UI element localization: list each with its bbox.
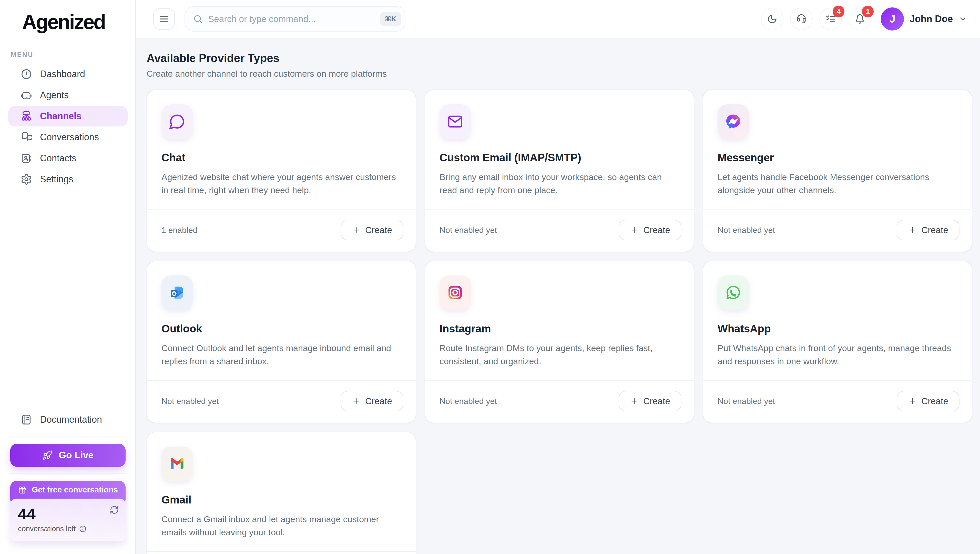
sidebar-item-conversations[interactable]: Conversations — [8, 127, 127, 147]
rocket-icon — [42, 450, 52, 460]
create-whatsapp-button[interactable]: Create — [897, 391, 959, 411]
contact-card-icon — [21, 152, 32, 164]
create-chat-button[interactable]: Create — [340, 220, 403, 240]
card-description: Connect a Gmail inbox and let agents man… — [161, 513, 401, 539]
chevron-down-icon — [958, 14, 967, 23]
notifications-button[interactable]: 1 — [848, 8, 871, 30]
card-title: Instagram — [439, 323, 679, 335]
avatar: J — [881, 8, 904, 30]
go-live-button[interactable]: Go Live — [10, 444, 126, 467]
create-label: Create — [365, 225, 392, 235]
sidebar-item-label: Conversations — [40, 132, 99, 143]
provider-card-chat: Chat Agenized website chat where your ag… — [146, 89, 416, 252]
messenger-channel-icon — [718, 104, 749, 139]
sidebar-divider — [9, 473, 126, 474]
sidebar-item-label: Settings — [40, 174, 73, 185]
menu-toggle-button[interactable] — [153, 8, 175, 30]
sidebar-item-agents[interactable]: Agents — [8, 85, 127, 105]
plus-icon — [352, 226, 361, 235]
main-content: Available Provider Types Create another … — [136, 38, 980, 554]
tasks-button[interactable]: 4 — [819, 8, 842, 30]
top-bar: ⌘K 4 1 J John Doe — [136, 0, 980, 38]
channels-network-icon — [21, 110, 32, 122]
sidebar-item-contacts[interactable]: Contacts — [8, 148, 127, 169]
card-description: Put WhatsApp chats in front of your agen… — [718, 342, 958, 368]
create-custom-email-button[interactable]: Create — [619, 220, 681, 240]
provider-cards-grid: Chat Agenized website chat where your ag… — [146, 89, 972, 554]
chat-channel-icon — [161, 104, 193, 139]
card-title: Custom Email (IMAP/SMTP) — [439, 152, 679, 164]
sidebar-item-label: Channels — [40, 111, 81, 121]
create-instagram-button[interactable]: Create — [619, 391, 681, 411]
keyboard-shortcut-badge: ⌘K — [380, 12, 401, 26]
sidebar-item-label: Contacts — [40, 153, 76, 164]
plus-icon — [630, 226, 639, 235]
card-title: Outlook — [161, 323, 401, 335]
user-menu[interactable]: J John Doe — [881, 8, 967, 30]
sidebar-item-label: Agents — [40, 90, 69, 101]
card-description: Connect Outlook and let agents manage in… — [161, 342, 401, 368]
provider-card-instagram: Instagram Route Instagram DMs to your ag… — [425, 260, 694, 423]
headset-icon — [796, 14, 807, 24]
plus-icon — [630, 397, 639, 406]
free-conversations-widget: Get free conversations 44 conversations … — [10, 481, 126, 541]
card-status: Not enabled yet — [718, 225, 775, 235]
provider-card-whatsapp: WhatsApp Put WhatsApp chats in front of … — [703, 260, 972, 423]
card-description: Agenized website chat where your agents … — [161, 171, 401, 197]
sidebar-item-label: Documentation — [40, 414, 102, 425]
sidebar-item-label: Dashboard — [40, 69, 85, 80]
user-name: John Doe — [910, 14, 953, 24]
create-label: Create — [643, 225, 670, 235]
info-icon[interactable] — [79, 525, 87, 533]
card-status: Not enabled yet — [439, 225, 497, 235]
conversations-count: 44 — [18, 505, 118, 523]
promo-banner-label: Get free conversations — [32, 485, 118, 495]
search-input[interactable] — [208, 14, 374, 24]
tasks-count-badge: 4 — [833, 6, 845, 18]
create-label: Create — [921, 396, 948, 406]
chat-bubbles-icon — [21, 131, 32, 143]
card-description: Route Instagram DMs to your agents, keep… — [439, 342, 679, 368]
dark-mode-button[interactable] — [761, 8, 783, 30]
card-status: Not enabled yet — [718, 396, 775, 406]
card-title: WhatsApp — [718, 323, 958, 335]
topbar-actions: 4 1 J John Doe — [761, 8, 967, 30]
instagram-channel-icon — [439, 275, 471, 310]
outlook-channel-icon — [161, 275, 193, 310]
card-title: Messenger — [718, 152, 958, 164]
card-title: Gmail — [161, 494, 401, 506]
go-live-label: Go Live — [59, 450, 94, 461]
card-status: Not enabled yet — [161, 396, 219, 406]
gmail-channel-icon — [161, 447, 193, 481]
moon-icon — [767, 14, 777, 24]
sidebar-item-dashboard[interactable]: Dashboard — [8, 64, 127, 85]
support-button[interactable] — [790, 8, 813, 30]
refresh-icon[interactable] — [110, 505, 119, 515]
sidebar-item-documentation[interactable]: Documentation — [8, 409, 127, 430]
app-logo: Agenized — [22, 10, 135, 34]
provider-card-outlook: Outlook Connect Outlook and let agents m… — [146, 260, 416, 423]
create-outlook-button[interactable]: Create — [340, 391, 403, 411]
card-title: Chat — [161, 152, 401, 164]
create-label: Create — [365, 396, 392, 406]
search-bar: ⌘K — [185, 6, 406, 32]
gift-icon — [18, 485, 27, 494]
notifications-count-badge: 1 — [862, 6, 873, 18]
whatsapp-channel-icon — [718, 275, 749, 310]
sidebar-item-settings[interactable]: Settings — [8, 169, 127, 190]
sidebar-item-channels[interactable]: Channels — [8, 106, 127, 126]
sidebar-divider — [9, 436, 126, 437]
search-icon — [193, 14, 202, 24]
provider-card-messenger: Messenger Let agents handle Facebook Mes… — [703, 89, 972, 252]
create-messenger-button[interactable]: Create — [897, 220, 959, 240]
provider-card-gmail: Gmail Connect a Gmail inbox and let agen… — [146, 432, 416, 554]
page-subtitle: Create another channel to reach customer… — [146, 69, 972, 79]
conversations-left-card: 44 conversations left — [10, 499, 126, 541]
gear-icon — [21, 173, 32, 185]
menu-section-label: MENU — [11, 51, 135, 59]
book-icon — [21, 414, 32, 426]
card-description: Let agents handle Facebook Messenger con… — [718, 171, 958, 197]
gauge-icon — [21, 68, 32, 80]
page-title: Available Provider Types — [146, 52, 972, 65]
sidebar: Agenized MENU Dashboard Agents Channels … — [0, 0, 136, 554]
